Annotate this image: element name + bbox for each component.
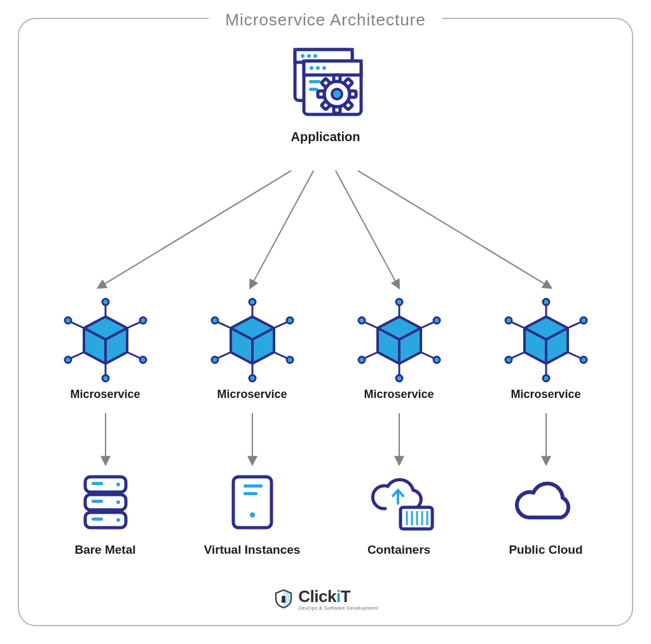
infra-label: Virtual Instances — [204, 543, 301, 557]
svg-point-31 — [102, 375, 109, 381]
infra-row: Bare Metal Virtual Instances — [19, 470, 632, 557]
svg-point-53 — [287, 357, 293, 363]
svg-rect-21 — [344, 101, 353, 110]
microservice-row: Microservice Microservice — [19, 299, 632, 401]
infra-node-containers: Containers — [342, 470, 456, 557]
svg-point-7 — [310, 66, 313, 70]
svg-line-64 — [364, 352, 378, 359]
fanout-arrows — [19, 170, 632, 298]
svg-point-2 — [301, 54, 305, 58]
svg-rect-17 — [350, 91, 356, 97]
svg-rect-106 — [282, 599, 285, 603]
svg-line-25 — [358, 170, 551, 287]
svg-point-73 — [543, 375, 549, 381]
infra-node-bare-metal: Bare Metal — [48, 470, 163, 557]
svg-point-8 — [316, 66, 320, 70]
svg-line-74 — [511, 322, 524, 328]
svg-point-94 — [116, 518, 120, 522]
svg-rect-11 — [309, 88, 318, 91]
svg-rect-93 — [92, 517, 103, 521]
svg-rect-18 — [344, 78, 353, 87]
application-node: Application — [19, 45, 632, 144]
svg-point-39 — [140, 357, 146, 363]
microservice-label: Microservice — [70, 388, 140, 401]
svg-point-92 — [116, 500, 120, 504]
arrow-down-icon — [249, 413, 256, 470]
diagram-frame: Microservice Architecture — [18, 18, 633, 626]
microservice-icon — [208, 299, 297, 381]
shield-icon — [273, 588, 294, 610]
svg-point-90 — [116, 483, 120, 486]
microservice-icon — [502, 299, 591, 381]
application-label: Application — [291, 130, 360, 144]
microservice-node: Microservice — [342, 299, 456, 401]
svg-rect-19 — [321, 101, 330, 110]
svg-line-46 — [217, 322, 231, 328]
brand-text: ClickiT DevOps & Software Development — [298, 587, 378, 611]
svg-rect-91 — [92, 500, 103, 503]
svg-line-32 — [70, 322, 84, 328]
svg-point-81 — [580, 357, 587, 363]
svg-point-49 — [287, 317, 293, 324]
cloud-container-icon — [361, 470, 437, 534]
svg-point-51 — [212, 357, 218, 363]
svg-line-38 — [127, 352, 141, 359]
vm-window-icon — [221, 470, 284, 534]
svg-point-37 — [65, 357, 71, 363]
infra-label: Bare Metal — [74, 543, 135, 557]
brand-suffix: T — [341, 587, 350, 606]
brand-logo: ClickiT DevOps & Software Development — [19, 587, 632, 611]
arrow-down-icon — [396, 413, 402, 470]
svg-point-77 — [580, 317, 587, 324]
brand-tagline: DevOps & Software Development — [298, 605, 378, 611]
svg-rect-95 — [243, 484, 263, 488]
svg-point-47 — [212, 317, 218, 324]
svg-line-34 — [127, 322, 141, 328]
svg-line-76 — [568, 322, 582, 328]
infra-node-public-cloud: Public Cloud — [489, 470, 603, 557]
svg-rect-20 — [321, 78, 330, 87]
svg-point-71 — [543, 299, 549, 305]
svg-line-36 — [70, 352, 84, 359]
svg-line-62 — [421, 322, 435, 328]
microservice-node: Microservice — [489, 299, 603, 401]
svg-point-9 — [322, 66, 326, 70]
svg-point-63 — [434, 317, 440, 324]
svg-point-61 — [359, 317, 365, 324]
svg-line-50 — [217, 352, 231, 359]
svg-rect-14 — [334, 75, 340, 81]
svg-rect-15 — [334, 107, 340, 113]
svg-line-52 — [274, 352, 288, 359]
cloud-icon — [508, 470, 584, 534]
svg-point-3 — [307, 54, 311, 58]
svg-point-97 — [250, 512, 255, 517]
svg-line-24 — [336, 170, 399, 287]
svg-rect-10 — [309, 80, 320, 83]
svg-point-13 — [332, 89, 342, 99]
infra-node-virtual-instances: Virtual Instances — [195, 470, 310, 557]
infra-label: Containers — [367, 543, 430, 557]
microservice-label: Microservice — [511, 388, 580, 401]
svg-line-80 — [568, 352, 582, 359]
svg-rect-89 — [92, 482, 103, 485]
svg-point-45 — [249, 375, 256, 381]
microservice-label: Microservice — [364, 388, 434, 401]
svg-point-4 — [313, 54, 317, 58]
svg-point-67 — [434, 357, 440, 363]
svg-line-60 — [364, 322, 378, 328]
svg-point-43 — [249, 299, 256, 305]
svg-rect-16 — [318, 91, 324, 97]
infra-label: Public Cloud — [509, 543, 582, 557]
svg-point-35 — [140, 317, 146, 324]
brand-main: Click — [298, 587, 336, 606]
svg-line-78 — [511, 352, 524, 359]
microservice-node: Microservice — [48, 299, 163, 401]
arrow-down-icon — [102, 413, 109, 470]
arrow-down-icon — [543, 413, 549, 470]
microservice-icon — [355, 299, 444, 381]
application-icon — [287, 45, 364, 121]
svg-point-79 — [505, 357, 512, 363]
vertical-arrows — [19, 413, 632, 470]
server-stack-icon — [74, 470, 137, 534]
svg-line-48 — [274, 322, 288, 328]
